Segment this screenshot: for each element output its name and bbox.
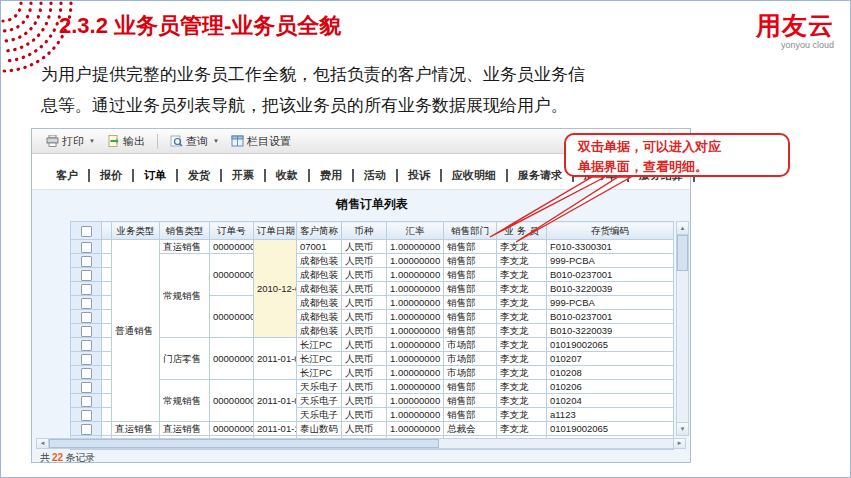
table-cell: 01019002065: [547, 338, 674, 352]
row-checkbox-cell: [71, 324, 102, 338]
query-label: 查询: [186, 134, 208, 149]
tab-客户[interactable]: 客户: [46, 169, 90, 182]
column-header-5[interactable]: 币种: [342, 222, 387, 240]
table-row[interactable]: 常规销售0000000018成都包装人民币1.00000000销售部李支龙999…: [71, 254, 674, 268]
column-header-6[interactable]: 汇率: [387, 222, 444, 240]
tab-报价[interactable]: 报价: [90, 169, 134, 182]
tab-活动[interactable]: 活动: [354, 169, 398, 182]
query-button[interactable]: 查询 ▼: [164, 132, 225, 151]
horizontal-scrollbar[interactable]: ◄ ►: [36, 438, 686, 449]
row-checkbox[interactable]: [81, 270, 92, 281]
row-checkbox[interactable]: [81, 396, 92, 407]
yonyou-logo: 用友云 yonyou cloud: [756, 13, 834, 50]
table-row[interactable]: 门店零售00000000382011-01-03长江PC人民币1.0000000…: [71, 338, 674, 352]
table-cell: 1.00000000: [387, 282, 444, 296]
row-handle-cell: [102, 394, 112, 408]
column-header-9[interactable]: 存货编码: [547, 222, 674, 240]
table-cell: F010-3300301: [547, 240, 674, 254]
table-cell: 1.00000000: [387, 324, 444, 338]
vertical-scroll-thumb[interactable]: [677, 235, 688, 271]
row-checkbox[interactable]: [81, 354, 92, 365]
column-header-2[interactable]: 订单号: [210, 222, 254, 240]
scroll-left-icon[interactable]: ◄: [37, 439, 49, 448]
table-cell: 成都包装: [297, 282, 342, 296]
logo-subtext: yonyou cloud: [756, 41, 834, 50]
table-cell: 人民币: [342, 268, 387, 282]
table-cell: 销售部: [444, 324, 497, 338]
row-handle-cell: [102, 422, 112, 436]
scroll-down-icon[interactable]: ▼: [677, 422, 688, 435]
table-cell: 销售部: [444, 394, 497, 408]
scroll-up-icon[interactable]: ▲: [677, 222, 688, 235]
table-cell: 人民币: [342, 352, 387, 366]
table-cell: 成都包装: [297, 324, 342, 338]
column-header-7[interactable]: 销售部门: [444, 222, 497, 240]
tab-投诉[interactable]: 投诉: [398, 169, 442, 182]
table-row[interactable]: 直运销售直运销售00000000582011-01-11泰山数码人民币1.000…: [71, 422, 674, 436]
table-cell: 销售部: [444, 240, 497, 254]
row-checkbox[interactable]: [81, 284, 92, 295]
row-checkbox[interactable]: [81, 340, 92, 351]
row-checkbox-cell: [71, 338, 102, 352]
row-handle-cell: [102, 408, 112, 422]
row-checkbox[interactable]: [81, 312, 92, 323]
column-header-1[interactable]: 销售类型: [160, 222, 210, 240]
table-cell: 人民币: [342, 422, 387, 436]
table-cell: 2011-01-03: [254, 338, 297, 380]
table-cell: 999-PCBA: [547, 254, 674, 268]
tab-开票[interactable]: 开票: [222, 169, 266, 182]
export-icon: [107, 135, 120, 147]
tab-发货[interactable]: 发货: [178, 169, 222, 182]
table-row[interactable]: 常规销售00000000482011-01-09天乐电子人民币1.0000000…: [71, 380, 674, 394]
table-cell: 2011-01-09: [254, 380, 297, 422]
tab-费用[interactable]: 费用: [310, 169, 354, 182]
table-cell: 市场部: [444, 338, 497, 352]
table-cell: 销售部: [444, 254, 497, 268]
body-text: 为用户提供完整的业务员工作全貌，包括负责的客户情况、业务员业务信 息等。通过业务…: [41, 59, 585, 121]
table-cell: 1.00000000: [387, 352, 444, 366]
table-cell: 010208: [547, 366, 674, 380]
grid-body: 普通销售直运销售00000000042010-12-0407001人民币1.00…: [71, 240, 674, 450]
table-cell: 李支龙: [497, 394, 547, 408]
table-row[interactable]: 普通销售直运销售00000000042010-12-0407001人民币1.00…: [71, 240, 674, 254]
tab-收款[interactable]: 收款: [266, 169, 310, 182]
row-checkbox[interactable]: [81, 424, 92, 435]
row-checkbox[interactable]: [81, 256, 92, 267]
table-cell: 天乐电子: [297, 408, 342, 422]
table-cell: 0000000048: [210, 380, 254, 422]
column-header-4[interactable]: 客户简称: [297, 222, 342, 240]
table-cell: 1.00000000: [387, 338, 444, 352]
row-checkbox-cell: [71, 296, 102, 310]
horizontal-scroll-thumb[interactable]: [49, 439, 439, 448]
table-cell: 1.00000000: [387, 310, 444, 324]
row-handle-cell: [102, 324, 112, 338]
row-checkbox[interactable]: [81, 382, 92, 393]
row-handle-cell: [102, 268, 112, 282]
vertical-scrollbar[interactable]: ▲ ▼: [676, 221, 689, 436]
column-header-0[interactable]: 业务类型: [112, 222, 160, 240]
tab-应收明细[interactable]: 应收明细: [442, 169, 508, 182]
table-cell: 人民币: [342, 408, 387, 422]
logo-text: 用友云: [756, 13, 834, 38]
settings-label: 栏目设置: [247, 134, 291, 149]
row-checkbox[interactable]: [81, 298, 92, 309]
column-header-8[interactable]: 业 务 员: [497, 222, 547, 240]
print-button[interactable]: 打印 ▼: [40, 132, 101, 151]
table-cell: 2011-01-11: [254, 422, 297, 436]
select-all-checkbox[interactable]: [81, 226, 92, 237]
record-count: 22: [50, 452, 65, 463]
table-cell: 长江PC: [297, 338, 342, 352]
tab-订单[interactable]: 订单: [134, 169, 178, 182]
row-checkbox[interactable]: [81, 368, 92, 379]
row-checkbox[interactable]: [81, 326, 92, 337]
row-checkbox-cell: [71, 282, 102, 296]
row-checkbox[interactable]: [81, 410, 92, 421]
table-cell: 0000000058: [210, 422, 254, 436]
query-caret-icon: ▼: [213, 138, 219, 144]
export-button[interactable]: 输出: [101, 132, 151, 151]
column-header-3[interactable]: 订单日期: [254, 222, 297, 240]
row-checkbox[interactable]: [81, 242, 92, 253]
row-checkbox-cell: [71, 394, 102, 408]
column-settings-button[interactable]: 栏目设置: [225, 132, 297, 151]
scroll-right-icon[interactable]: ►: [673, 439, 685, 448]
